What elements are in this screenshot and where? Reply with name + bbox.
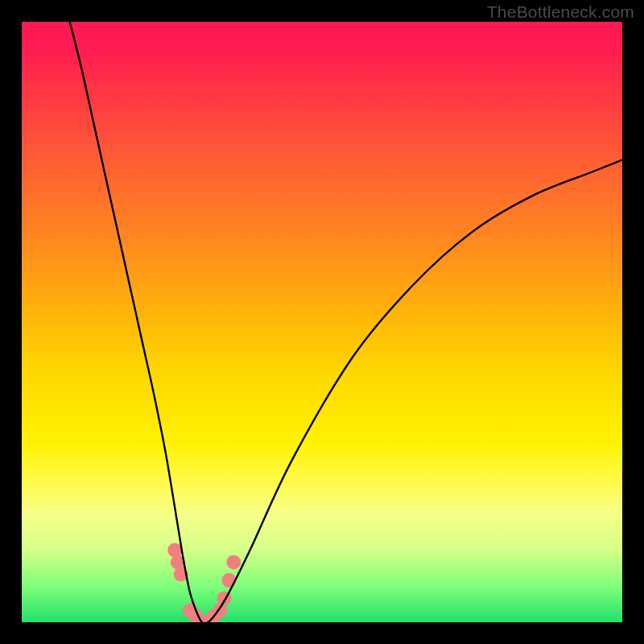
plot-area bbox=[22, 22, 622, 622]
marker-dot bbox=[226, 555, 241, 569]
watermark-text: TheBottleneck.com bbox=[487, 2, 634, 22]
marker-dots bbox=[167, 543, 241, 622]
bottleneck-curve-path bbox=[70, 22, 622, 622]
chart-frame: TheBottleneck.com bbox=[0, 0, 644, 644]
marker-dot bbox=[221, 573, 236, 588]
chart-svg bbox=[22, 22, 622, 622]
